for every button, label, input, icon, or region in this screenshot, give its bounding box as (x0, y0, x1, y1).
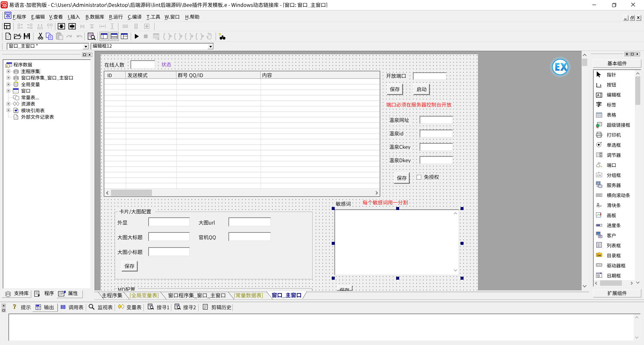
svg-text:?: ? (13, 303, 16, 310)
